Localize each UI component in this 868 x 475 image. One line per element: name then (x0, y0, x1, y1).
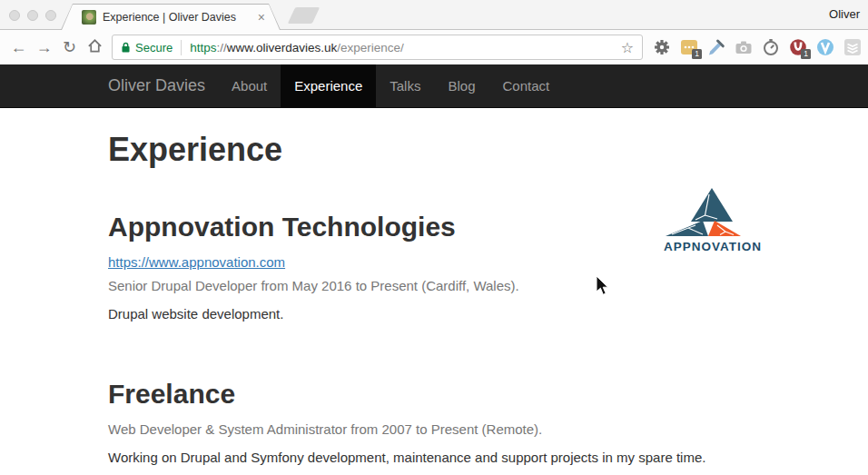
layers-extension-button[interactable] (843, 38, 862, 56)
new-tab-button[interactable] (288, 7, 320, 24)
security-chip[interactable]: Secure (121, 41, 173, 54)
browser-titlebar: Experience | Oliver Davies × Oliver (0, 0, 868, 30)
address-bar[interactable]: Secure https://www.oliverdavies.uk/exper… (112, 35, 643, 60)
gear-extension-button[interactable] (653, 38, 671, 56)
site-brand-link[interactable]: Oliver Davies (108, 64, 205, 107)
page-content: Experience Appnovation Technologies http… (0, 108, 868, 475)
camera-icon (735, 38, 753, 56)
window-zoom-button[interactable] (45, 10, 56, 21)
section-appnovation: Appnovation Technologies https://www.app… (108, 183, 773, 332)
nav-item-blog[interactable]: Blog (434, 64, 488, 107)
window-minimize-button[interactable] (27, 10, 38, 21)
site-navbar: Oliver Davies About Experience Talks Blo… (0, 64, 868, 108)
forward-button[interactable]: → (33, 39, 55, 55)
url-path: /experience/ (337, 41, 404, 54)
lock-icon (121, 41, 131, 54)
back-button[interactable]: ← (7, 39, 30, 55)
red-circle-extension-button[interactable]: 1 (789, 38, 807, 56)
nav-item-experience[interactable]: Experience (281, 64, 376, 107)
extension-badge: 1 (692, 49, 702, 59)
bookmark-star-icon[interactable]: ☆ (621, 39, 634, 56)
nav-item-contact[interactable]: Contact (489, 64, 564, 107)
section-heading: Freelance (108, 379, 773, 409)
nav-item-talks[interactable]: Talks (376, 64, 434, 107)
url-host: www.oliverdavies.uk (227, 41, 338, 54)
layers-icon (843, 38, 862, 56)
tab-favicon (82, 10, 96, 25)
section-paragraph: Working on Drupal and Symfony developmen… (108, 448, 773, 468)
home-icon (86, 37, 104, 54)
extension-badge: 1 (801, 49, 811, 59)
home-button[interactable] (84, 37, 106, 57)
browser-profile-name[interactable]: Oliver (829, 7, 860, 21)
appnovation-link[interactable]: https://www.appnovation.com (108, 254, 285, 270)
nav-item-about[interactable]: About (218, 64, 281, 107)
role-summary: Web Developer & System Administrator fro… (108, 420, 773, 440)
timer-extension-button[interactable] (762, 38, 780, 56)
tab-close-icon[interactable]: × (258, 11, 265, 24)
camera-extension-button[interactable] (735, 38, 753, 56)
sticky-note-extension-button[interactable]: 1 (680, 38, 698, 56)
window-controls[interactable] (9, 10, 56, 21)
browser-tab[interactable]: Experience | Oliver Davies × (61, 4, 281, 30)
eyedropper-extension-button[interactable] (707, 38, 725, 56)
appnovation-logo-text: APPNOVATION (664, 239, 762, 252)
appnovation-logo: APPNOVATION (661, 184, 765, 253)
browser-toolbar: ← → ↻ Secure https://www.oliverdavies.uk… (0, 30, 868, 64)
page-title: Experience (108, 132, 773, 168)
url-scheme: https (190, 41, 216, 54)
blue-v-extension-button[interactable] (816, 38, 834, 56)
url-separator: :// (216, 41, 226, 54)
omnibox-divider (181, 40, 182, 55)
window-close-button[interactable] (9, 10, 20, 21)
eyedropper-icon (707, 38, 725, 56)
section-freelance: Freelance Web Developer & System Adminis… (108, 379, 773, 475)
site-nav: About Experience Talks Blog Contact (218, 64, 563, 107)
secure-label: Secure (135, 41, 173, 54)
extension-icons-row: 1 1 (653, 38, 862, 56)
gear-icon (653, 38, 671, 56)
reload-button[interactable]: ↻ (58, 39, 81, 55)
timer-icon (762, 38, 780, 56)
url-text[interactable]: https://www.oliverdavies.uk/experience/ (190, 41, 613, 54)
tab-title: Experience | Oliver Davies (103, 11, 252, 24)
section-paragraph: Drupal website development. (108, 304, 655, 324)
role-summary: Senior Drupal Developer from May 2016 to… (108, 276, 655, 296)
blue-v-icon (816, 38, 834, 56)
section-heading: Appnovation Technologies (108, 212, 655, 242)
